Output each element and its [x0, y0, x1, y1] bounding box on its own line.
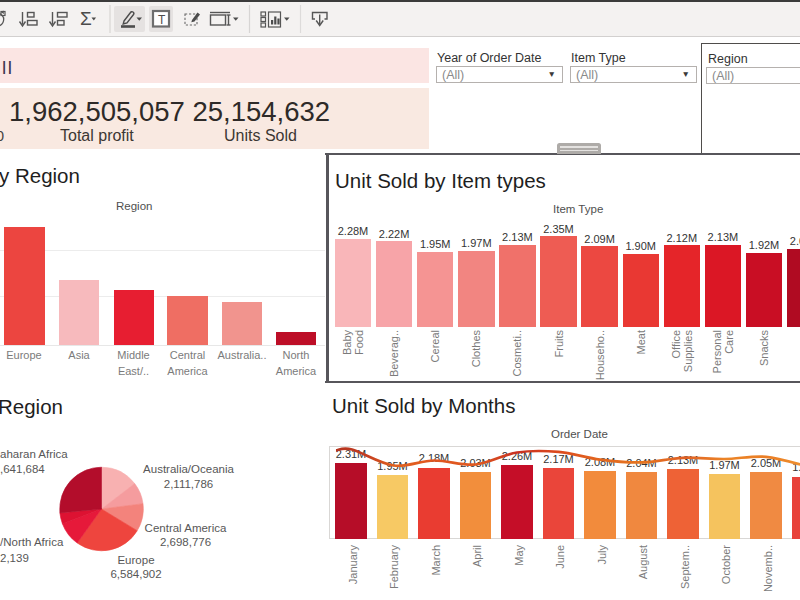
svg-text:T: T — [158, 13, 166, 27]
svg-text:Σ: Σ — [80, 8, 92, 29]
